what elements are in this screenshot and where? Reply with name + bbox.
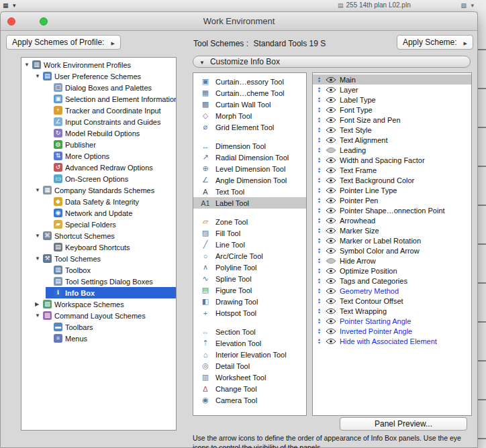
apply-scheme-dropdown[interactable]: Apply Scheme:: [397, 35, 473, 50]
reorder-arrows-icon[interactable]: [316, 207, 322, 213]
tree-row[interactable]: ▢ Dialog Boxes and Palettes: [46, 82, 176, 93]
tool-row[interactable]: ◎ Detail Tool: [193, 360, 306, 372]
visibility-eye-icon[interactable]: [326, 157, 336, 164]
panel-row[interactable]: Leading: [313, 145, 471, 155]
visibility-eye-icon[interactable]: [326, 237, 336, 244]
tree-row[interactable]: ◉ Network and Update: [46, 207, 176, 219]
tree-row[interactable]: ▥ Toolbox: [46, 264, 176, 276]
reorder-arrows-icon[interactable]: [316, 318, 322, 324]
panel-row[interactable]: Main: [313, 74, 471, 85]
reorder-arrows-icon[interactable]: [316, 288, 322, 294]
panel-row[interactable]: Text Background Color: [313, 175, 471, 185]
visibility-eye-closed-icon[interactable]: [326, 258, 336, 264]
visibility-eye-icon[interactable]: [326, 288, 336, 294]
reorder-arrows-icon[interactable]: [316, 247, 322, 254]
visibility-eye-icon[interactable]: [326, 247, 336, 254]
visibility-eye-icon[interactable]: [326, 97, 336, 103]
tree-row[interactable]: ∠ Input Constraints and Guides: [46, 116, 176, 127]
panel-row[interactable]: Pointer Line Type: [313, 185, 471, 195]
panel-row[interactable]: Tags and Categories: [313, 276, 471, 286]
close-window-button[interactable]: [7, 17, 15, 25]
reorder-arrows-icon[interactable]: [316, 197, 322, 203]
reorder-arrows-icon[interactable]: [316, 298, 322, 304]
disclosure-triangle-icon[interactable]: [35, 313, 43, 319]
visibility-eye-icon[interactable]: [326, 197, 336, 204]
tree-row[interactable]: + Tracker and Coordinate Input: [46, 105, 176, 116]
reorder-arrows-icon[interactable]: [316, 97, 322, 103]
visibility-eye-icon[interactable]: [326, 137, 336, 144]
tool-row[interactable]: ○ Arc/Circle Tool: [193, 250, 306, 262]
reorder-arrows-icon[interactable]: [316, 217, 322, 223]
panel-row[interactable]: Pointer Shape…onnection Point: [313, 205, 471, 215]
reorder-arrows-icon[interactable]: [316, 308, 322, 314]
tree-row[interactable]: ◆ Data Safety & Integrity: [46, 196, 176, 207]
panel-row[interactable]: Hide Arrow: [313, 256, 471, 266]
tree-row[interactable]: ▭ On-Screen Options: [46, 173, 176, 184]
panel-row[interactable]: Layer: [313, 85, 471, 95]
tool-row[interactable]: ∠ Angle Dimension Tool: [193, 174, 306, 186]
tool-row[interactable]: ▩ Curtain Wall Tool: [193, 99, 306, 110]
panel-row[interactable]: Pointer Starting Angle: [313, 316, 471, 326]
visibility-eye-icon[interactable]: [326, 107, 336, 113]
tool-row[interactable]: ◇ Morph Tool: [193, 110, 306, 121]
visibility-eye-icon[interactable]: [326, 278, 336, 284]
disclosure-triangle-icon[interactable]: [24, 62, 32, 68]
disclosure-triangle-icon[interactable]: [35, 187, 43, 193]
tree-row[interactable]: ▣ Selection and Element Information: [46, 93, 176, 105]
panel-row[interactable]: Label Type: [313, 95, 471, 105]
tool-row[interactable]: ↔ Dimension Tool: [193, 140, 306, 152]
tool-row[interactable]: ∧ Polyline Tool: [193, 262, 306, 273]
visibility-eye-icon[interactable]: [326, 127, 336, 133]
reorder-arrows-icon[interactable]: [316, 187, 322, 193]
tree-row[interactable]: ⌘ Shortcut Schemes: [35, 230, 176, 241]
disclosure-triangle-icon[interactable]: [35, 233, 43, 239]
tree-row[interactable]: ▤ Keyboard Shortcuts: [46, 241, 176, 253]
reorder-arrows-icon[interactable]: [316, 338, 322, 344]
reorder-arrows-icon[interactable]: [316, 87, 322, 93]
reorder-arrows-icon[interactable]: [316, 237, 322, 243]
tool-row[interactable]: ▨ Fill Tool: [193, 227, 306, 239]
panel-row[interactable]: Hide with Associated Element: [313, 336, 471, 346]
tree-row[interactable]: ≡ Menus: [46, 333, 176, 344]
tool-row[interactable]: ⌀ Grid Element Tool: [193, 121, 306, 133]
visibility-eye-icon[interactable]: [326, 298, 336, 304]
tree-row[interactable]: ℹ Info Box: [46, 287, 176, 298]
tool-row[interactable]: ⇡ Elevation Tool: [193, 337, 306, 349]
disclosure-triangle-icon[interactable]: [35, 301, 43, 307]
visibility-eye-icon[interactable]: [326, 227, 336, 234]
tree-row[interactable]: ▤ User Preference Schemes: [35, 70, 176, 82]
panel-row[interactable]: Width and Spacing Factor: [313, 155, 471, 165]
panel-row[interactable]: Arrowhead: [313, 215, 471, 225]
reorder-arrows-icon[interactable]: [316, 117, 322, 123]
reorder-arrows-icon[interactable]: [316, 147, 322, 153]
reorder-arrows-icon[interactable]: [316, 76, 322, 82]
visibility-eye-icon[interactable]: [326, 268, 336, 274]
tool-row[interactable]: ⌂ Interior Elevation Tool: [193, 349, 306, 360]
reorder-arrows-icon[interactable]: [316, 137, 322, 143]
visibility-eye-icon[interactable]: [326, 167, 336, 174]
panel-row[interactable]: Text Frame: [313, 165, 471, 175]
panel-row[interactable]: Pointer Pen: [313, 195, 471, 205]
visibility-eye-icon[interactable]: [326, 117, 336, 123]
tool-row[interactable]: ◧ Drawing Tool: [193, 296, 306, 307]
panel-row[interactable]: Font Size and Pen: [313, 115, 471, 125]
tree-row[interactable]: ▬ Toolbars: [46, 321, 176, 333]
panel-preview-button[interactable]: Panel Preview...: [340, 417, 467, 431]
visibility-eye-icon[interactable]: [326, 217, 336, 224]
tree-row[interactable]: ⇅ More Options: [46, 150, 176, 162]
reorder-arrows-icon[interactable]: [316, 107, 322, 113]
reorder-arrows-icon[interactable]: [316, 278, 322, 284]
reorder-arrows-icon[interactable]: [316, 268, 322, 274]
panel-row[interactable]: Marker Size: [313, 225, 471, 235]
tree-row[interactable]: ▥ Work Environment Profiles: [24, 59, 176, 70]
tool-row[interactable]: ↗ Radial Dimension Tool: [193, 152, 306, 163]
tool-row[interactable]: ↔ Dimension Text Tool: [193, 413, 306, 416]
reorder-arrows-icon[interactable]: [316, 157, 322, 163]
visibility-eye-closed-icon[interactable]: [326, 147, 336, 154]
tool-row[interactable]: ⇔ Section Tool: [193, 326, 306, 337]
panel-row[interactable]: Optimize Position: [313, 266, 471, 276]
tool-row[interactable]: ▦ Curtain…cheme Tool: [193, 87, 306, 99]
tree-row[interactable]: ◍ Publisher: [46, 139, 176, 150]
tool-row[interactable]: ◉ Camera Tool: [193, 394, 306, 406]
reorder-arrows-icon[interactable]: [316, 227, 322, 233]
